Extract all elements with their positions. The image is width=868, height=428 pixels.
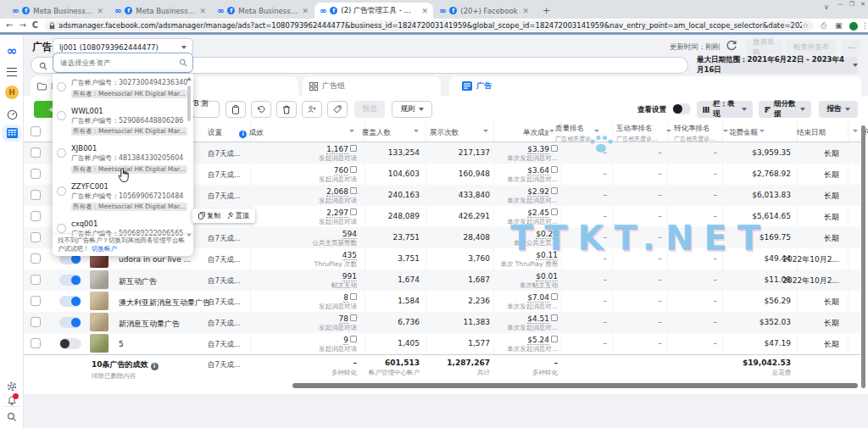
header-engagement-ranking[interactable]: 互动率排名广告相关度诊... bbox=[616, 124, 658, 143]
scroll-up-icon[interactable] bbox=[186, 77, 192, 81]
row-checkbox[interactable] bbox=[31, 317, 41, 327]
header-cost-per-result[interactable]: 单次成效费用 bbox=[523, 128, 548, 138]
browser-tab[interactable]: ∞ f Meta Business Suite ✕ bbox=[212, 3, 314, 19]
table-row[interactable]: 新消息互动量广告 自7天成... 78发起消息对话 6,736 11,383 $… bbox=[24, 312, 861, 333]
header-impressions[interactable]: 展示次数 bbox=[430, 128, 459, 138]
header-quality-ranking[interactable]: 质量排名广告相关度诊... bbox=[555, 124, 597, 143]
browser-tab[interactable]: ∞ f (2) 广告管理工具 - 管理广告 - 广 ✕ bbox=[314, 3, 433, 19]
breakdown-button[interactable]: 细分数据 bbox=[759, 101, 811, 118]
header-results[interactable]: i 成效 bbox=[239, 128, 264, 138]
close-window-icon[interactable]: ✕ bbox=[860, 1, 865, 8]
tab-close-icon[interactable]: ✕ bbox=[97, 7, 103, 15]
share-icon[interactable]: ⎙ bbox=[821, 21, 826, 31]
more-options-button[interactable]: ⋯ bbox=[842, 40, 860, 55]
radio-icon[interactable] bbox=[57, 224, 66, 233]
view-settings-toggle[interactable] bbox=[672, 103, 691, 114]
ad-status-toggle[interactable] bbox=[59, 317, 81, 328]
table-row[interactable]: 澳大利亚新消息互动量广告 自7天成... 8发起消息对话 1,584 2,236… bbox=[24, 291, 861, 312]
row-checkbox[interactable] bbox=[31, 253, 41, 264]
undo-button[interactable] bbox=[251, 101, 271, 118]
restore-icon[interactable]: ❐ bbox=[849, 1, 854, 8]
duplicate-button[interactable] bbox=[225, 101, 246, 118]
browser-tab[interactable]: ∞ f (20+) Facebook ✕ bbox=[434, 3, 534, 19]
window-controls[interactable]: —❐✕ bbox=[837, 1, 865, 8]
row-checkbox[interactable] bbox=[31, 147, 41, 158]
tag-button[interactable] bbox=[327, 101, 348, 118]
preview-button[interactable]: 预览 bbox=[354, 101, 385, 118]
columns-button[interactable]: 栏：表现 bbox=[697, 101, 753, 118]
meta-logo-icon[interactable]: ∞ bbox=[3, 42, 21, 59]
url-omnibox[interactable]: adsmanager.facebook.com/adsmanager/manag… bbox=[44, 20, 814, 31]
dropdown-scrollbar[interactable] bbox=[185, 75, 192, 238]
ad-status-toggle[interactable] bbox=[59, 275, 81, 286]
ad-status-toggle[interactable] bbox=[59, 296, 81, 307]
minimize-icon[interactable]: — bbox=[837, 1, 843, 8]
vertical-scrollbar[interactable] bbox=[861, 125, 865, 388]
pin-action[interactable]: 置顶 bbox=[227, 211, 249, 220]
tab-ads[interactable]: 广告 bbox=[449, 76, 861, 96]
discard-drafts-button[interactable]: 放弃草稿 bbox=[747, 40, 782, 55]
row-checkbox[interactable] bbox=[31, 296, 41, 306]
account-option[interactable]: WWL001 广告帐户编号：529086448806286 所有者：Meetso… bbox=[53, 103, 193, 141]
delete-button[interactable] bbox=[276, 101, 297, 118]
row-checkbox[interactable] bbox=[31, 232, 41, 242]
header-settings[interactable]: 设置 bbox=[208, 128, 222, 138]
bookmark-star-icon[interactable]: ☆ bbox=[802, 21, 809, 30]
browser-tab[interactable]: ∞ f Meta Business Suite ✕ bbox=[7, 3, 108, 19]
review-publish-button[interactable]: 检查并发布 bbox=[787, 40, 836, 55]
user-avatar[interactable]: H bbox=[3, 84, 21, 101]
asset-search-input[interactable] bbox=[58, 58, 179, 68]
date-range-selector[interactable]: 最大日期范围：2021年6月22日 - 2023年4月16日 bbox=[697, 57, 858, 74]
row-checkbox[interactable] bbox=[31, 190, 41, 200]
select-all-checkbox[interactable] bbox=[31, 126, 41, 136]
assign-button[interactable] bbox=[302, 101, 322, 118]
ads-table-nav-icon[interactable] bbox=[3, 125, 21, 142]
dashboard-gauge-icon[interactable] bbox=[3, 106, 21, 123]
account-option[interactable]: 广告帐户编号：3027300494236340 所有者：Meetsocial H… bbox=[53, 74, 193, 103]
refresh-button[interactable] bbox=[726, 40, 739, 53]
copy-action[interactable]: 复制 bbox=[198, 211, 220, 220]
tab-close-icon[interactable]: ✕ bbox=[199, 7, 206, 15]
scroll-thumb[interactable] bbox=[187, 86, 191, 121]
rules-button[interactable]: 规则 bbox=[392, 101, 432, 118]
header-conversion-ranking[interactable]: 转化率排名广告相关度诊... bbox=[674, 124, 715, 143]
back-icon[interactable]: ← bbox=[6, 19, 13, 31]
tab-close-icon[interactable]: ✕ bbox=[421, 7, 428, 15]
account-option[interactable]: XJB001 广告帐户编号：481384330205604 所有者：Meetso… bbox=[53, 140, 193, 178]
table-row[interactable]: 5 自7天成... 9发起消息对话 1,405 1,577 $5.24单次发起消… bbox=[24, 333, 861, 354]
browser-tab[interactable]: ∞ f Meta Business Suite ✕ bbox=[109, 3, 211, 19]
tab-close-icon[interactable]: ✕ bbox=[522, 7, 529, 15]
tabstrip-chevron-icon[interactable]: ∨ bbox=[824, 3, 829, 11]
notifications-bell-icon[interactable] bbox=[3, 393, 21, 410]
browser-menu-icon[interactable]: ⋮ bbox=[861, 21, 868, 30]
row-checkbox[interactable] bbox=[31, 275, 41, 285]
row-checkbox[interactable] bbox=[31, 211, 41, 221]
asset-search-field[interactable] bbox=[53, 53, 193, 73]
reload-icon[interactable]: C bbox=[32, 19, 38, 31]
settings-gear-icon[interactable] bbox=[3, 378, 21, 395]
radio-icon[interactable] bbox=[57, 186, 66, 196]
header-reach[interactable]: 覆盖人数 bbox=[362, 128, 391, 138]
new-tab-button[interactable]: + bbox=[542, 5, 550, 16]
switch-account-link[interactable]: 切换帐户 bbox=[92, 245, 117, 253]
report-button[interactable]: 报告 bbox=[819, 101, 858, 118]
extensions-icon[interactable]: ▣ bbox=[835, 21, 843, 30]
menu-hamburger-icon[interactable] bbox=[3, 64, 21, 81]
horizontal-scrollbar[interactable] bbox=[292, 383, 858, 388]
browser-profile-avatar[interactable] bbox=[849, 22, 858, 31]
tab-adsets[interactable]: 广告组 bbox=[303, 76, 441, 96]
header-amount-spent[interactable]: 花费金额 bbox=[729, 128, 758, 138]
header-end-date[interactable]: 结束日期 bbox=[797, 128, 826, 138]
radio-icon[interactable] bbox=[57, 148, 66, 158]
forward-icon[interactable]: → bbox=[19, 19, 25, 31]
table-row[interactable]: 新互动广告 自7天成... 991帖文互动 1,674 1,687 $0.01单… bbox=[24, 270, 861, 291]
columns-label: 栏：表现 bbox=[713, 99, 738, 120]
row-checkbox[interactable] bbox=[31, 338, 41, 348]
radio-icon[interactable] bbox=[57, 82, 66, 92]
sidebar-search-icon[interactable] bbox=[3, 409, 21, 425]
ad-status-toggle[interactable] bbox=[59, 338, 81, 349]
account-option[interactable]: ZZYFC001 广告帐户编号：105699067210484 所有者：Meet… bbox=[53, 178, 193, 216]
row-checkbox[interactable] bbox=[31, 169, 41, 179]
tab-close-icon[interactable]: ✕ bbox=[302, 7, 309, 15]
radio-icon[interactable] bbox=[57, 111, 66, 120]
